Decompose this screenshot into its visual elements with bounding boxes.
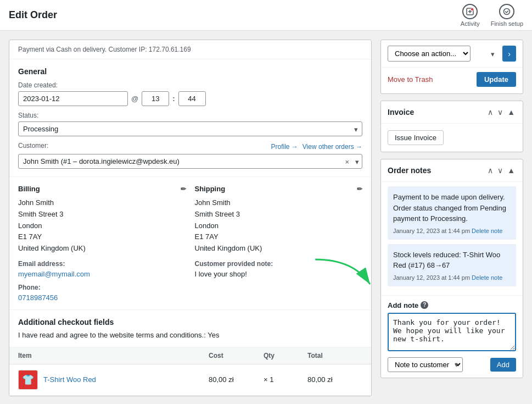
billing-phone-value[interactable]: 0718987456 — [18, 294, 58, 302]
shipping-line-2: Smith Street 3 — [195, 209, 363, 220]
view-orders-link[interactable]: View other orders → — [303, 143, 362, 151]
note-type-wrapper: Note to customer ▾ — [388, 357, 463, 372]
status-select[interactable]: Processing — [18, 121, 362, 136]
invoice-title: Invoice — [388, 108, 414, 117]
additional-checkout-title: Additional checkout fields — [18, 318, 362, 326]
payment-info-text: Payment via Cash on delivery. Customer I… — [18, 46, 191, 53]
activity-icon — [462, 4, 478, 19]
date-input[interactable] — [18, 91, 128, 106]
top-bar-actions: Activity Finish setup — [461, 4, 523, 27]
time-minute-input[interactable] — [178, 91, 206, 106]
items-header: Item Cost Qty Total — [9, 347, 371, 364]
finish-setup-icon — [499, 4, 514, 19]
col-item: Item — [18, 352, 209, 359]
note-actions: Note to customer ▾ Add — [388, 357, 516, 372]
delete-note-1[interactable]: Delete note — [472, 228, 502, 234]
svg-point-4 — [504, 8, 510, 14]
billing-email-value[interactable]: myemail@mymail.com — [18, 270, 90, 278]
notes-toggle[interactable]: ▲ — [506, 165, 516, 176]
note-item-2: Stock levels reduced: T-Shirt Woo Red (#… — [388, 244, 516, 286]
invoice-toggle[interactable]: ▲ — [506, 107, 516, 118]
item-total: 80,00 zł — [307, 375, 362, 384]
billing-line-5: United Kingdom (UK) — [18, 243, 186, 254]
col-qty: Qty — [264, 352, 307, 359]
billing-line-2: Smith Street 3 — [18, 209, 186, 220]
top-bar: Edit Order Activity Finish setup — [0, 0, 532, 31]
shipping-note-label: Customer provided note: — [195, 260, 363, 268]
add-note-button[interactable]: Add — [490, 358, 516, 372]
order-notes-body: Payment to be made upon delivery. Order … — [381, 182, 523, 295]
actions-card: Choose an action... ▾ › Move to Trash Up… — [380, 40, 523, 94]
page-title: Edit Order — [9, 9, 57, 21]
shipping-note-value: I love your shop! — [195, 270, 363, 278]
status-label: Status: — [18, 112, 362, 119]
order-notes-card: Order notes ∧ ∨ ▲ Payment to be made upo… — [380, 159, 523, 378]
general-section: General Date created: @ : Status: Proces… — [9, 59, 371, 176]
item-qty: × 1 — [264, 375, 307, 384]
finish-setup-label: Finish setup — [491, 20, 523, 27]
item-name-cell: 👕 T-Shirt Woo Red — [18, 370, 209, 390]
note-type-select[interactable]: Note to customer — [388, 357, 463, 372]
action-select-wrapper: Choose an action... ▾ — [388, 46, 499, 62]
shipping-line-4: E1 7AY — [195, 231, 363, 243]
at-sign: @ — [131, 95, 138, 103]
customer-links: Profile → View other orders → — [271, 143, 362, 151]
customer-clear-icon[interactable]: × — [345, 157, 349, 165]
billing-col: Billing ✏ John Smith Smith Street 3 Lond… — [18, 185, 186, 302]
order-notes-title: Order notes — [388, 166, 431, 175]
billing-email-row: Email address: myemail@mymail.com — [18, 260, 186, 278]
additional-checkout-field: I have read and agree to the website ter… — [18, 331, 362, 339]
action-select[interactable]: Choose an action... — [388, 46, 471, 62]
note-text-1: Payment to be made upon delivery. Order … — [393, 192, 511, 224]
issue-invoice-button[interactable]: Issue Invoice — [388, 130, 444, 145]
shipping-line-3: London — [195, 220, 363, 232]
activity-button[interactable]: Activity — [461, 4, 480, 27]
note-item-1: Payment to be made upon delivery. Order … — [388, 186, 516, 240]
time-hour-input[interactable] — [142, 91, 169, 106]
note-meta-1: January 12, 2023 at 1:44 pm Delete note — [393, 228, 511, 234]
info-bar: Payment via Cash on delivery. Customer I… — [9, 40, 371, 59]
add-note-help-icon[interactable]: ? — [421, 301, 428, 309]
date-label: Date created: — [18, 81, 362, 89]
order-notes-header: Order notes ∧ ∨ ▲ — [381, 159, 523, 182]
billing-edit-icon[interactable]: ✏ — [181, 185, 186, 193]
profile-link[interactable]: Profile → — [271, 143, 298, 151]
time-separator: : — [172, 95, 175, 103]
finish-setup-button[interactable]: Finish setup — [491, 4, 523, 27]
note-meta-2: January 12, 2023 at 1:44 pm Delete note — [393, 274, 511, 281]
customer-input[interactable] — [18, 154, 362, 169]
invoice-collapse-up[interactable]: ∧ — [486, 107, 494, 118]
shipping-note-row: Customer provided note: I love your shop… — [195, 260, 363, 278]
item-thumbnail: 👕 — [18, 370, 38, 390]
invoice-collapse-down[interactable]: ∨ — [496, 107, 504, 118]
note-date-2: January 12, 2023 at 1:44 pm — [393, 274, 472, 281]
billing-phone-label: Phone: — [18, 284, 186, 291]
right-panel: Choose an action... ▾ › Move to Trash Up… — [380, 40, 523, 396]
add-note-label: Add note ? — [388, 301, 516, 309]
address-section: Billing ✏ John Smith Smith Street 3 Lond… — [9, 176, 371, 309]
delete-note-2[interactable]: Delete note — [472, 274, 502, 281]
notes-collapse-down[interactable]: ∨ — [496, 165, 504, 176]
billing-line-4: E1 7AY — [18, 231, 186, 243]
col-cost: Cost — [209, 352, 264, 359]
trash-update-row: Move to Trash Update — [381, 67, 523, 93]
billing-phone-row: Phone: 0718987456 — [18, 284, 186, 302]
items-table: Item Cost Qty Total 👕 T-Shirt Woo Red 80… — [9, 347, 371, 396]
billing-line-3: London — [18, 220, 186, 232]
billing-email-label: Email address: — [18, 260, 186, 268]
item-name-link[interactable]: T-Shirt Woo Red — [43, 375, 96, 384]
status-select-wrapper: Processing ▾ — [18, 121, 362, 136]
item-cost: 80,00 zł — [209, 375, 264, 384]
shipping-line-1: John Smith — [195, 197, 363, 209]
note-textarea[interactable]: Thank you for your order! We hope you wi… — [388, 313, 516, 351]
notes-collapse-up[interactable]: ∧ — [486, 165, 494, 176]
action-go-button[interactable]: › — [502, 46, 516, 62]
update-button[interactable]: Update — [477, 72, 516, 87]
move-to-trash-link[interactable]: Move to Trash — [388, 75, 433, 84]
invoice-header-icons: ∧ ∨ ▲ — [486, 107, 516, 118]
add-note-section: Add note ? Thank you for your order! We … — [381, 295, 523, 378]
action-row: Choose an action... ▾ › — [381, 40, 523, 67]
shipping-edit-icon[interactable]: ✏ — [357, 185, 362, 193]
billing-address: John Smith Smith Street 3 London E1 7AY … — [18, 197, 186, 254]
action-select-arrow: ▾ — [491, 49, 495, 58]
